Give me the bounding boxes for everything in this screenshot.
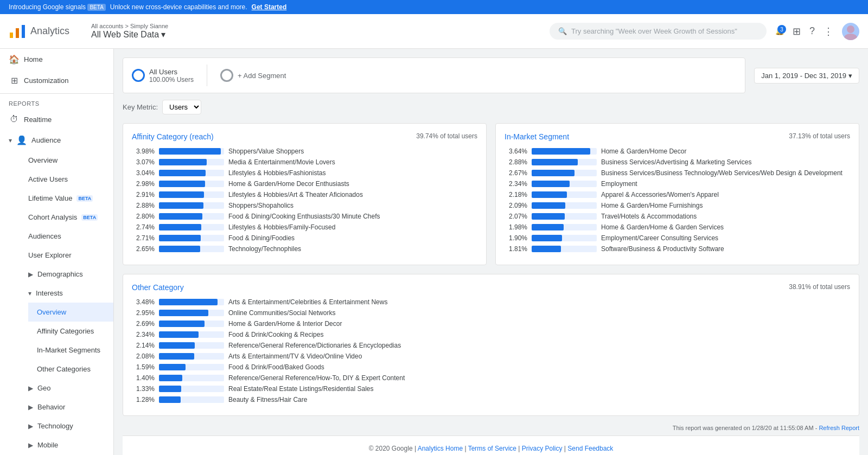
bar-track	[532, 224, 597, 230]
bar-pct: 3.64%	[505, 148, 527, 155]
sidebar-item-home[interactable]: 🏠 Home	[0, 49, 113, 70]
search-bar[interactable]: 🔍 Try searching "Week over Week Growth o…	[550, 23, 767, 40]
property-selector[interactable]: All Web Site Data ▾	[91, 29, 168, 40]
announce-cta[interactable]: Get Started	[252, 3, 287, 11]
bar-pct: 2.18%	[505, 191, 527, 198]
all-users-segment: All Users 100.00% Users	[132, 68, 194, 84]
bar-fill	[159, 202, 203, 209]
table-row: 1.33% Real Estate/Real Estate Listings/R…	[132, 385, 850, 393]
bar-label: Employment	[601, 180, 850, 188]
other-rows: 3.48% Arts & Entertainment/Celebrities &…	[132, 298, 850, 403]
customization-icon: ⊞	[9, 75, 20, 86]
bar-fill	[532, 202, 565, 209]
bar-fill	[532, 181, 570, 187]
sidebar-item-interests-overview[interactable]: Overview	[28, 303, 113, 322]
table-row: 1.81% Software/Business & Productivity S…	[505, 245, 850, 253]
sidebar-item-affinity-categories[interactable]: Affinity Categories	[28, 322, 113, 341]
bar-fill	[159, 310, 208, 316]
sidebar-item-technology[interactable]: ▶ Technology	[20, 416, 113, 435]
bar-label: Lifestyles & Hobbies/Art & Theater Afici…	[228, 191, 477, 198]
add-segment-button[interactable]: + Add Segment	[238, 72, 286, 80]
bar-track	[159, 148, 224, 155]
bar-label: Home & Garden/Home Decor	[601, 148, 850, 155]
notifications-button[interactable]: 🔔 3	[775, 27, 784, 35]
expand-icon-demographics: ▶	[28, 271, 33, 278]
breadcrumb: All accounts > Simply Sianne	[91, 23, 168, 29]
table-row: 2.88% Business Services/Advertising & Ma…	[505, 158, 850, 166]
footer-link-feedback[interactable]: Send Feedback	[567, 445, 613, 452]
app-title: Analytics	[30, 25, 69, 37]
add-segment-item[interactable]: + Add Segment	[220, 69, 286, 82]
announce-bar: Introducing Google signals BETA Unlock n…	[0, 0, 868, 14]
sidebar-item-interests[interactable]: ▾ Interests	[20, 284, 113, 303]
footer-link-analytics-home[interactable]: Analytics Home	[418, 445, 463, 452]
segment-name: All Users	[149, 68, 194, 76]
help-button[interactable]: ?	[809, 25, 815, 37]
expand-icon-behavior: ▶	[28, 403, 33, 411]
bar-fill	[532, 224, 564, 230]
sidebar-item-realtime[interactable]: ⏱ Realtime	[0, 109, 113, 130]
bar-pct: 2.74%	[132, 223, 155, 231]
bar-fill	[159, 170, 206, 176]
lifetime-beta-tag: BETA	[76, 195, 93, 202]
bar-label: Food & Drink/Cooking & Recipes	[228, 331, 850, 338]
sidebar-item-user-explorer[interactable]: User Explorer	[20, 246, 113, 265]
sidebar-item-active-users[interactable]: Active Users	[20, 170, 113, 189]
table-row: 3.07% Media & Entertainment/Movie Lovers	[132, 158, 477, 166]
segment-circle-gray	[220, 69, 233, 82]
sidebar-item-mobile[interactable]: ▶ Mobile	[20, 435, 113, 454]
table-row: 2.08% Arts & Entertainment/TV & Video/On…	[132, 353, 850, 360]
footer-link-terms[interactable]: Terms of Service	[468, 445, 516, 452]
bar-fill	[159, 235, 201, 241]
more-button[interactable]: ⋮	[824, 25, 833, 37]
bar-track	[159, 321, 224, 327]
key-metric-select[interactable]: Users	[162, 100, 201, 114]
bar-label: Travel/Hotels & Accommodations	[601, 213, 850, 220]
top-charts: Affinity Category (reach) 39.74% of tota…	[123, 123, 859, 265]
sidebar-item-cohort-analysis[interactable]: Cohort Analysis BETA	[20, 208, 113, 227]
bar-pct: 1.98%	[505, 223, 527, 231]
bar-fill	[159, 321, 205, 327]
affinity-rows: 3.98% Shoppers/Value Shoppers 3.07% Medi…	[132, 148, 477, 253]
sidebar-item-audience[interactable]: ▾ 👤 Audience	[0, 130, 113, 151]
sidebar-item-in-market-segments[interactable]: In-Market Segments	[28, 341, 113, 360]
main-content: All Users 100.00% Users + Add Segment Ja…	[114, 49, 868, 455]
sidebar-item-audiences[interactable]: Audiences	[20, 227, 113, 246]
bar-label: Arts & Entertainment/TV & Video/Online V…	[228, 353, 850, 360]
bar-fill	[532, 159, 578, 165]
bar-track	[532, 246, 597, 252]
bar-pct: 2.34%	[132, 331, 155, 338]
sidebar-item-lifetime-value[interactable]: Lifetime Value BETA	[20, 189, 113, 208]
sidebar-item-behavior[interactable]: ▶ Behavior	[20, 398, 113, 416]
interests-submenu: Overview Affinity Categories In-Market S…	[20, 303, 113, 379]
svg-point-4	[844, 34, 857, 40]
sidebar-item-geo[interactable]: ▶ Geo	[20, 379, 113, 398]
bar-pct: 1.59%	[132, 363, 155, 371]
bar-fill	[159, 224, 201, 230]
avatar[interactable]	[842, 23, 859, 40]
bar-fill	[159, 396, 181, 403]
apps-button[interactable]: ⊞	[793, 25, 801, 37]
bar-label: Business Services/Business Technology/We…	[601, 169, 850, 177]
table-row: 2.98% Home & Garden/Home Decor Enthusias…	[132, 180, 477, 188]
sidebar-item-other-categories[interactable]: Other Categories	[28, 360, 113, 379]
sidebar-item-customization[interactable]: ⊞ Customization	[0, 70, 113, 91]
key-metric-bar: Key Metric: Users	[123, 100, 859, 114]
search-placeholder: Try searching "Week over Week Growth of …	[571, 27, 737, 35]
inmarket-chart-title: In-Market Segment	[505, 132, 569, 141]
bar-label: Reference/General Reference/How-To, DIY …	[228, 374, 850, 382]
bar-label: Lifestyles & Hobbies/Fashionistas	[228, 169, 477, 177]
bar-pct: 3.48%	[132, 298, 155, 306]
sidebar-item-demographics[interactable]: ▶ Demographics	[20, 265, 113, 284]
announce-text: Introducing Google signals BETA	[9, 3, 106, 11]
refresh-report-link[interactable]: Refresh Report	[819, 425, 859, 431]
bar-fill	[159, 159, 207, 165]
other-chart-title: Other Category	[132, 283, 184, 292]
bar-label: Home & Garden/Home & Garden Services	[601, 223, 850, 231]
avatar-icon	[842, 23, 859, 40]
sidebar-item-overview[interactable]: Overview	[20, 151, 113, 170]
footer-link-privacy[interactable]: Privacy Policy	[522, 445, 563, 452]
date-range-button[interactable]: Jan 1, 2019 - Dec 31, 2019 ▾	[754, 68, 859, 84]
segment-circle-blue	[132, 69, 145, 82]
segment-pct: 100.00% Users	[149, 76, 194, 84]
